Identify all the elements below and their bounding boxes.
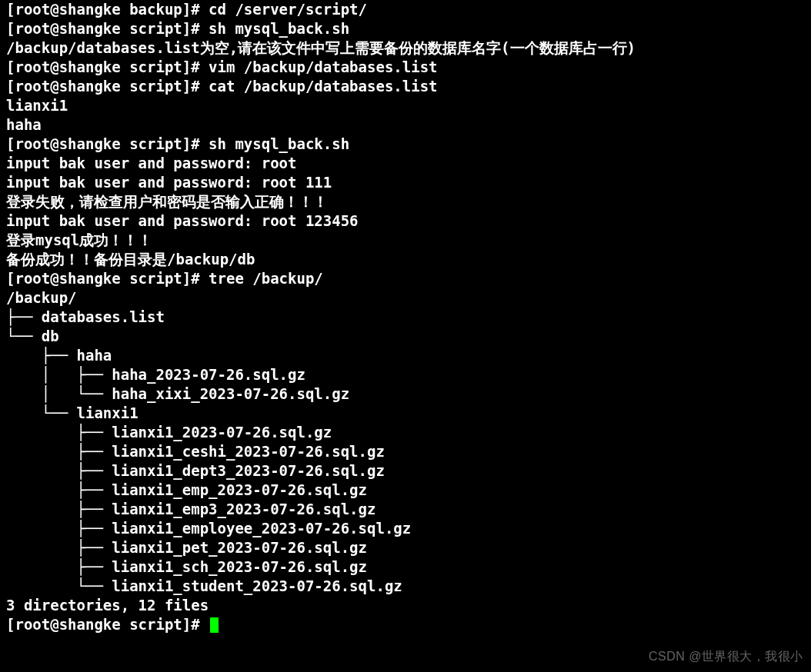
terminal-output-line: lianxi1 xyxy=(6,96,805,115)
terminal-output-line: 3 directories, 12 files xyxy=(6,596,805,615)
terminal-output-line: ├── lianxi1_2023-07-26.sql.gz xyxy=(6,423,805,442)
terminal-output-line: └── lianxi1_student_2023-07-26.sql.gz xyxy=(6,577,805,596)
terminal-output-line: ├── lianxi1_employee_2023-07-26.sql.gz xyxy=(6,519,805,538)
terminal-prompt-line: [root@shangke script]# tree /backup/ xyxy=(6,269,805,288)
terminal-output-line: │ └── haha_xixi_2023-07-26.sql.gz xyxy=(6,384,805,404)
terminal-prompt-line: [root@shangke backup]# cd /server/script… xyxy=(6,0,805,19)
terminal-output-line: 登录失败，请检查用户和密码是否输入正确！！！ xyxy=(6,192,805,211)
terminal-output-line: ├── lianxi1_sch_2023-07-26.sql.gz xyxy=(6,557,805,577)
watermark-text: CSDN @世界很大，我很小 xyxy=(649,647,803,666)
terminal-output-line: ├── lianxi1_dept3_2023-07-26.sql.gz xyxy=(6,461,805,481)
terminal-prompt-line: [root@shangke script]# vim /backup/datab… xyxy=(6,58,805,77)
terminal-output-line: 备份成功！！备份目录是/backup/db xyxy=(6,250,805,269)
terminal-prompt-line: [root@shangke script]# sh mysql_back.sh xyxy=(6,135,805,154)
terminal-output-line: input bak user and password: root xyxy=(6,154,805,173)
terminal-output-line: 登录mysql成功！！！ xyxy=(6,231,805,250)
terminal-output-line: └── lianxi1 xyxy=(6,404,805,423)
terminal-output-line: ├── databases.list xyxy=(6,308,805,327)
terminal-output-line: └── db xyxy=(6,327,805,346)
terminal-output-line: ├── lianxi1_pet_2023-07-26.sql.gz xyxy=(6,538,805,557)
terminal-output-line: input bak user and password: root 123456 xyxy=(6,211,805,231)
terminal-output-line: ├── lianxi1_emp_2023-07-26.sql.gz xyxy=(6,481,805,500)
terminal-output-line: /backup/databases.list为空,请在该文件中写上需要备份的数据… xyxy=(6,38,805,58)
terminal-prompt-line: [root@shangke script]# sh mysql_back.sh xyxy=(6,19,805,38)
terminal-prompt-line: [root@shangke script]# cat /backup/datab… xyxy=(6,77,805,96)
terminal-output[interactable]: [root@shangke backup]# cd /server/script… xyxy=(0,0,811,640)
terminal-output-line: /backup/ xyxy=(6,288,805,308)
terminal-prompt-line: [root@shangke script]# xyxy=(6,615,805,634)
terminal-output-line: ├── haha xyxy=(6,346,805,365)
terminal-output-line: ├── lianxi1_ceshi_2023-07-26.sql.gz xyxy=(6,442,805,461)
terminal-output-line: ├── lianxi1_emp3_2023-07-26.sql.gz xyxy=(6,500,805,519)
terminal-output-line: haha xyxy=(6,115,805,135)
terminal-output-line: │ ├── haha_2023-07-26.sql.gz xyxy=(6,365,805,384)
terminal-cursor xyxy=(210,617,219,633)
terminal-output-line: input bak user and password: root 111 xyxy=(6,173,805,192)
